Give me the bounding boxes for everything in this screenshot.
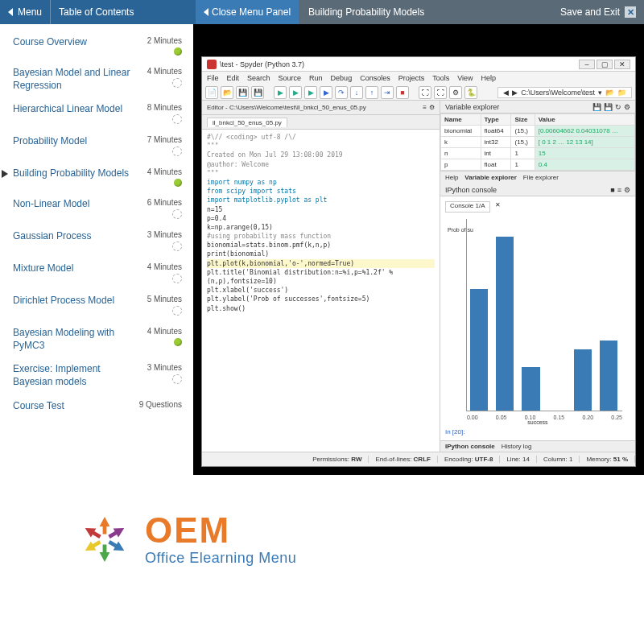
toc-item[interactable]: Hierarchical Linear Model8 Minutes <box>0 97 193 130</box>
editor-pane-header: Editor - C:\Users\Welcome\test\il_bnkcl_… <box>202 101 440 115</box>
toc-item-label: Course Overview <box>13 36 134 49</box>
panel-tab[interactable]: Help <box>445 174 458 181</box>
toc-item[interactable]: Course Overview2 Minutes <box>0 31 193 61</box>
variable-row[interactable]: pfloat10.4 <box>440 159 634 171</box>
oem-logo: OEM Office Elearning Menu <box>72 507 296 572</box>
console-prompt: In [20]: <box>445 428 630 436</box>
menu-button[interactable]: Menu <box>0 0 50 24</box>
toc-item-label: Building Probability Models <box>13 167 134 180</box>
variable-explorer[interactable]: NameTypeSizeValuebionomialfloat64(15,)[0… <box>440 114 635 171</box>
browse-folder-icon[interactable]: 📂 <box>605 89 614 97</box>
menubar-item[interactable]: Source <box>279 74 302 82</box>
save-data-icon[interactable]: 💾 <box>604 103 613 111</box>
menubar-item[interactable]: Consoles <box>360 74 390 82</box>
back-icon[interactable]: ◀ <box>503 89 509 97</box>
stop-console-icon[interactable]: ■ <box>610 186 614 194</box>
toc-item[interactable]: Exercise: Implement Bayesian models3 Min… <box>0 357 193 394</box>
toc-item-duration: 7 Minutes <box>134 135 182 144</box>
toc-item[interactable]: Probability Model7 Minutes <box>0 130 193 162</box>
toc-item[interactable]: Non-Linear Model6 Minutes <box>0 192 193 225</box>
ide-menubar: FileEditSearchSourceRunDebugConsolesProj… <box>202 72 635 85</box>
menubar-item[interactable]: Help <box>481 74 497 82</box>
menubar-item[interactable]: Debug <box>331 74 353 82</box>
variable-row[interactable]: kint32(15,)[ 0 1 2 … 12 13 14] <box>440 137 634 148</box>
code-editor[interactable]: #\// <coding> utf-8 /\/"""Created on Mon… <box>202 130 440 452</box>
menubar-item[interactable]: Projects <box>398 74 425 82</box>
menubar-item[interactable]: Edit <box>227 74 240 82</box>
import-data-icon[interactable]: 💾 <box>592 103 601 111</box>
toc-item-label: Bayesian Modeling with PyMC3 <box>13 327 134 352</box>
console-tab[interactable]: Console 1/A <box>445 201 490 213</box>
menubar-item[interactable]: File <box>207 74 219 82</box>
editor-tab[interactable]: il_bnkcl_50_enus_05.py <box>207 118 287 127</box>
toc-item-label: Course Test <box>13 400 134 413</box>
refresh-icon[interactable]: ↻ <box>615 103 621 111</box>
run-selection-icon[interactable]: ▶ <box>304 86 317 99</box>
close-menu-panel-button[interactable]: Close Menu Panel <box>196 0 299 24</box>
stop-icon[interactable]: ■ <box>396 86 409 99</box>
new-file-icon[interactable]: 📄 <box>205 86 218 99</box>
close-icon[interactable]: ✕ <box>625 6 636 18</box>
toc-item[interactable]: Course Test9 Questions <box>0 394 193 419</box>
toc-item[interactable]: Dirichlet Process Model5 Minutes <box>0 289 193 321</box>
save-all-icon[interactable]: 💾 <box>251 86 264 99</box>
menubar-item[interactable]: Run <box>309 74 323 82</box>
variable-explorer-title: Variable explorer 💾 💾 ↻ ⚙ <box>440 101 635 114</box>
run-cell-icon[interactable]: ▶ <box>289 86 302 99</box>
menubar-item[interactable]: View <box>457 74 473 82</box>
forward-icon[interactable]: ▶ <box>512 89 518 97</box>
step-out-icon[interactable]: ↑ <box>365 86 378 99</box>
toc-item-label: Bayesian Model and Linear Regression <box>13 67 134 92</box>
menubar-item[interactable]: Tools <box>432 74 449 82</box>
toc-item[interactable]: Gaussian Process3 Minutes <box>0 225 193 257</box>
close-window-button[interactable]: ✕ <box>614 60 630 69</box>
toc-item-duration: 9 Questions <box>134 400 182 409</box>
ipython-console[interactable]: Console 1/A ✕ Prob of su 0.000.050.100.1… <box>440 196 635 440</box>
working-directory[interactable]: ◀ ▶ C:\Users\Welcome\test ▾ 📂 📁 <box>497 87 632 98</box>
debug-icon[interactable]: ▶ <box>320 86 332 99</box>
open-icon[interactable]: 📂 <box>221 86 233 99</box>
maximize-button[interactable]: ▢ <box>597 60 613 69</box>
python-path-icon[interactable]: 🐍 <box>464 86 477 99</box>
bar <box>600 341 618 411</box>
browse-tabs-icon[interactable]: ≡ <box>423 104 427 111</box>
minimize-button[interactable]: – <box>579 60 595 69</box>
plot-xlabel: success <box>445 419 630 425</box>
variable-row[interactable]: bionomialfloat64(15,)[0.00604662 0.04031… <box>440 126 634 137</box>
preferences-icon[interactable]: ⚙ <box>449 86 462 99</box>
chevron-left-icon <box>204 8 208 16</box>
ide-toolbar: 📄 📂 💾 💾 ▶ ▶ ▶ ▶ ↷ ↓ ↑ ⇥ ■ ⛶ ⛶ <box>202 85 635 101</box>
variable-row[interactable]: nint115 <box>440 148 634 159</box>
dropdown-icon[interactable]: ▾ <box>598 89 602 97</box>
status-loading-icon <box>172 114 182 124</box>
toc-item[interactable]: Building Probability Models4 Minutes <box>0 162 193 192</box>
toc-item-label: Dirichlet Process Model <box>13 295 134 308</box>
ipython-console-title: IPython console ■ ≡ ⚙ <box>440 184 635 196</box>
options-icon[interactable]: ⚙ <box>624 103 630 111</box>
parent-folder-icon[interactable]: 📁 <box>617 89 626 97</box>
options-icon[interactable]: ⚙ <box>429 104 435 111</box>
toc-item[interactable]: Bayesian Modeling with PyMC34 Minutes <box>0 321 193 357</box>
toc-item-duration: 2 Minutes <box>134 36 182 45</box>
toc-item[interactable]: Mixture Model4 Minutes <box>0 257 193 289</box>
step-into-icon[interactable]: ↓ <box>350 86 363 99</box>
run-icon[interactable]: ▶ <box>274 86 287 99</box>
options-icon[interactable]: ≡ <box>617 186 621 194</box>
maximize-pane-icon[interactable]: ⛶ <box>419 86 431 99</box>
panel-tab[interactable]: File explorer <box>523 174 559 181</box>
menubar-item[interactable]: Search <box>247 74 270 82</box>
save-and-exit-button[interactable]: Save and Exit ✕ <box>552 0 644 24</box>
bar <box>470 289 489 411</box>
fullscreen-icon[interactable]: ⛶ <box>434 86 447 99</box>
save-icon[interactable]: 💾 <box>236 86 249 99</box>
continue-icon[interactable]: ⇥ <box>381 86 394 99</box>
console-footer-tab[interactable]: History log <box>502 443 532 450</box>
toc-item[interactable]: Bayesian Model and Linear Regression4 Mi… <box>0 61 193 97</box>
panel-tab[interactable]: Variable explorer <box>464 174 516 181</box>
gear-icon[interactable]: ⚙ <box>624 186 630 194</box>
close-tab-icon[interactable]: ✕ <box>495 201 501 213</box>
step-over-icon[interactable]: ↷ <box>335 86 348 99</box>
bar <box>522 367 540 411</box>
console-footer-tab[interactable]: IPython console <box>445 443 495 450</box>
toc-item-label: Hierarchical Linear Model <box>13 103 134 116</box>
